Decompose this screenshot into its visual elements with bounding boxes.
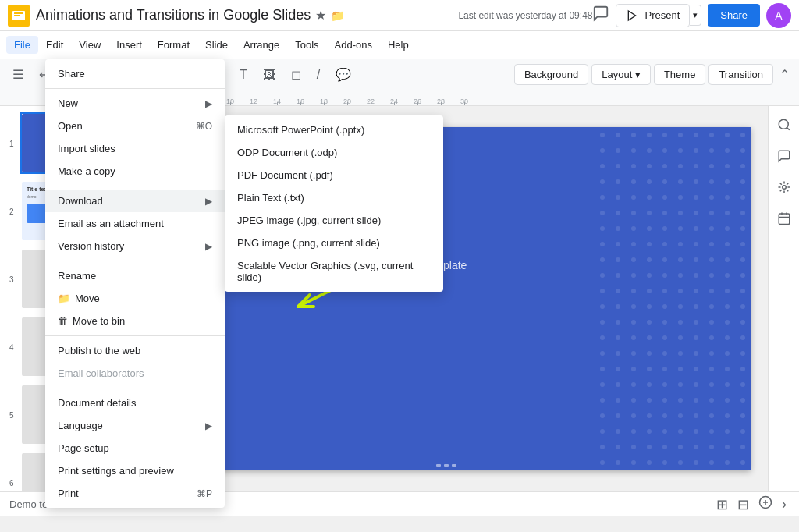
share-button[interactable]: Share bbox=[708, 4, 760, 27]
file-menu-dropdown: Share New ▶ Open ⌘O Import slides Make a… bbox=[45, 59, 225, 508]
toolbar-sep-2 bbox=[364, 67, 364, 83]
fmenu-sep-3 bbox=[45, 261, 225, 261]
sidebar-settings-btn[interactable] bbox=[772, 175, 797, 200]
fmenu-new[interactable]: New ▶ bbox=[45, 92, 225, 115]
theme-button[interactable]: Theme bbox=[654, 64, 705, 85]
doc-title[interactable]: Animations and Transitions in Google Sli… bbox=[36, 7, 311, 23]
svg-marker-4 bbox=[629, 11, 636, 20]
collapse-button[interactable]: ⌃ bbox=[776, 64, 793, 85]
menu-item-arrange[interactable]: Arrange bbox=[236, 36, 287, 54]
comment-button[interactable] bbox=[592, 5, 609, 26]
toolbar-shapes-btn[interactable]: ◻ bbox=[285, 64, 307, 85]
view-btn-list[interactable]: ⊟ bbox=[734, 494, 752, 515]
present-dropdown-button[interactable]: ▾ bbox=[690, 5, 701, 26]
add-slide-btn[interactable] bbox=[755, 494, 776, 515]
menu-item-file[interactable]: File bbox=[6, 36, 38, 54]
svg-point-8 bbox=[782, 186, 786, 190]
right-sidebar bbox=[768, 106, 799, 491]
fmenu-import[interactable]: Import slides bbox=[45, 137, 225, 160]
star-icon[interactable]: ★ bbox=[315, 8, 326, 23]
fmenu-sep-2 bbox=[45, 186, 225, 186]
download-txt[interactable]: Plain Text (.txt) bbox=[225, 186, 443, 209]
fmenu-move-to-bin[interactable]: 🗑Move to bin bbox=[45, 310, 225, 332]
transition-button[interactable]: Transition bbox=[708, 64, 773, 85]
doc-title-area: Animations and Transitions in Google Sli… bbox=[36, 7, 442, 23]
app-logo bbox=[8, 5, 30, 27]
slide-expand-indicator bbox=[436, 464, 456, 467]
fmenu-publish-web[interactable]: Publish to the web bbox=[45, 339, 225, 362]
menu-item-tools[interactable]: Tools bbox=[287, 36, 326, 54]
fmenu-doc-details[interactable]: Document details bbox=[45, 392, 225, 414]
menu-item-edit[interactable]: Edit bbox=[38, 36, 71, 54]
menu-item-slide[interactable]: Slide bbox=[197, 36, 236, 54]
download-jpg[interactable]: JPEG image (.jpg, current slide) bbox=[225, 209, 443, 232]
view-btn-grid[interactable]: ⊞ bbox=[713, 494, 731, 515]
download-svg[interactable]: Scalable Vector Graphics (.svg, current … bbox=[225, 254, 443, 289]
svg-rect-3 bbox=[14, 15, 20, 16]
fmenu-language[interactable]: Language ▶ bbox=[45, 414, 225, 437]
slide-pattern bbox=[595, 127, 751, 470]
download-png[interactable]: PNG image (.png, current slide) bbox=[225, 232, 443, 254]
svg-point-7 bbox=[779, 119, 788, 129]
fmenu-page-setup[interactable]: Page setup bbox=[45, 437, 225, 459]
menu-item-view[interactable]: View bbox=[71, 36, 108, 54]
menu-bar: File Edit View Insert Format Slide Arran… bbox=[0, 31, 799, 59]
title-bar: Animations and Transitions in Google Sli… bbox=[0, 0, 799, 31]
fmenu-share[interactable]: Share bbox=[45, 62, 225, 85]
fmenu-copy[interactable]: Make a copy bbox=[45, 160, 225, 183]
toolbar-right: Background Layout ▾ Theme Transition ⌃ bbox=[514, 64, 793, 85]
toolbar-image-btn[interactable]: 🖼 bbox=[257, 65, 282, 85]
toolbar-comment-btn[interactable]: 💬 bbox=[329, 64, 357, 85]
layout-button[interactable]: Layout ▾ bbox=[591, 64, 651, 85]
download-odp[interactable]: ODP Document (.odp) bbox=[225, 141, 443, 164]
view-buttons: ⊞ ⊟ › bbox=[713, 494, 790, 515]
menu-item-format[interactable]: Format bbox=[150, 36, 197, 54]
menu-item-help[interactable]: Help bbox=[380, 36, 417, 54]
background-button[interactable]: Background bbox=[514, 64, 588, 85]
last-edit-info: Last edit was yesterday at 09:48 bbox=[458, 10, 592, 21]
sidebar-calendar-btn[interactable] bbox=[772, 206, 797, 231]
folder-icon[interactable]: 📁 bbox=[331, 9, 344, 22]
download-pptx[interactable]: Microsoft PowerPoint (.pptx) bbox=[225, 119, 443, 141]
fmenu-email-attachment[interactable]: Email as an attachment bbox=[45, 212, 225, 235]
fmenu-sep-5 bbox=[45, 388, 225, 388]
svg-rect-2 bbox=[14, 12, 23, 14]
fmenu-move[interactable]: 📁Move bbox=[45, 287, 225, 310]
svg-rect-9 bbox=[779, 214, 790, 225]
toolbar-menu-btn[interactable]: ☰ bbox=[6, 64, 30, 85]
sidebar-comments-btn[interactable] bbox=[772, 144, 797, 168]
view-btn-next[interactable]: › bbox=[779, 494, 790, 515]
menu-item-insert[interactable]: Insert bbox=[108, 36, 150, 54]
fmenu-rename[interactable]: Rename bbox=[45, 264, 225, 287]
menu-item-addons[interactable]: Add-ons bbox=[327, 36, 380, 54]
fmenu-print[interactable]: Print ⌘P bbox=[45, 482, 225, 505]
download-pdf[interactable]: PDF Document (.pdf) bbox=[225, 164, 443, 186]
avatar[interactable]: A bbox=[766, 3, 791, 28]
present-button[interactable]: Present bbox=[616, 4, 690, 27]
fmenu-sep-1 bbox=[45, 88, 225, 89]
sidebar-explore-btn[interactable] bbox=[772, 112, 797, 137]
fmenu-print-settings[interactable]: Print settings and preview bbox=[45, 459, 225, 482]
fmenu-download[interactable]: Download ▶ bbox=[45, 190, 225, 212]
fmenu-version-history[interactable]: Version history ▶ bbox=[45, 235, 225, 257]
fmenu-sep-4 bbox=[45, 335, 225, 336]
fmenu-email-collaborators: Email collaborators bbox=[45, 362, 225, 385]
toolbar-textbox-btn[interactable]: T bbox=[233, 65, 254, 85]
svg-rect-6 bbox=[595, 127, 751, 470]
toolbar-line-btn[interactable]: / bbox=[311, 65, 326, 85]
fmenu-open[interactable]: Open ⌘O bbox=[45, 115, 225, 137]
download-submenu: Microsoft PowerPoint (.pptx) ODP Documen… bbox=[225, 115, 443, 292]
title-right: Present ▾ Share A bbox=[592, 3, 791, 28]
